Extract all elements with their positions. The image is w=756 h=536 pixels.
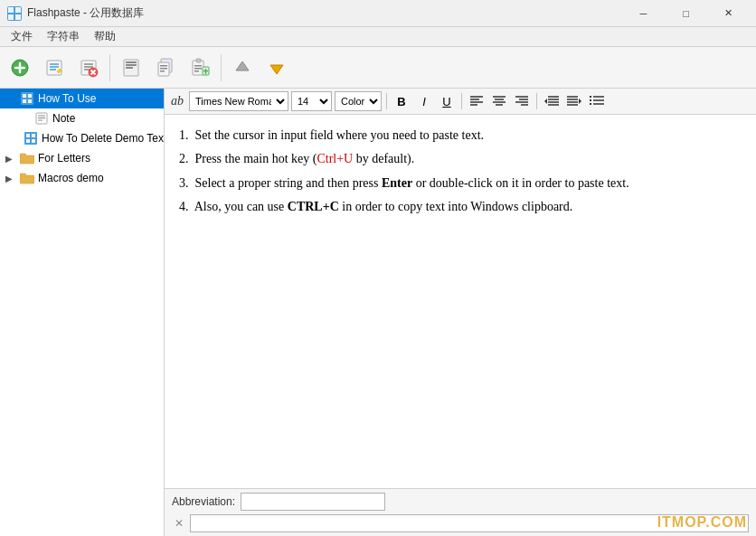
indent-increase-button[interactable] [564, 91, 584, 111]
svg-marker-35 [236, 61, 249, 71]
sidebar-item-how-to-use[interactable]: How To Use [0, 89, 164, 108]
sidebar-label-for-letters: For Letters [38, 152, 90, 165]
menubar: 文件 字符串 帮助 [0, 27, 756, 47]
note-icon [34, 111, 49, 126]
indent-decrease-button[interactable] [542, 91, 562, 111]
move-up-button[interactable] [226, 52, 259, 84]
format-sep-1 [386, 93, 387, 109]
svg-rect-26 [160, 71, 165, 72]
svg-rect-30 [194, 68, 202, 70]
svg-rect-40 [23, 99, 26, 103]
bold-ctrl-c: CTRL+C [288, 200, 339, 213]
svg-rect-41 [28, 99, 32, 103]
menu-file[interactable]: 文件 [4, 27, 40, 46]
menu-strings[interactable]: 字符串 [40, 27, 87, 46]
content-line-1: 1. Set the cursor in input field where y… [179, 126, 742, 146]
font-name-select[interactable]: Times New Roman Arial Verdana [189, 91, 288, 111]
main-toolbar [0, 47, 756, 89]
text-content-area[interactable]: 1. Set the cursor in input field where y… [165, 115, 756, 488]
format-ab-label: ab [168, 94, 186, 108]
content-area: ab Times New Roman Arial Verdana 14 8910… [165, 89, 756, 536]
align-center-button[interactable] [489, 91, 509, 111]
svg-rect-28 [196, 59, 201, 62]
properties-button[interactable] [115, 52, 147, 84]
content-line-2: 2. Press the main hot key (Ctrl+U by def… [179, 149, 742, 169]
doc-grid-icon-delete [24, 131, 38, 146]
sidebar-item-for-letters[interactable]: ▶ For Letters [0, 148, 164, 168]
sidebar-item-macros-demo[interactable]: ▶ Macros demo [0, 168, 164, 188]
app-title: Flashpaste - 公用数据库 [27, 5, 144, 21]
close-button[interactable]: ✕ [708, 5, 749, 23]
sidebar-label-note: Note [52, 112, 75, 125]
abbreviation-input[interactable] [241, 493, 385, 511]
font-size-select[interactable]: 14 89101112 161820 [291, 91, 332, 111]
svg-rect-3 [15, 14, 21, 20]
format-sep-2 [461, 93, 462, 109]
titlebar: Flashpaste - 公用数据库 ─ □ ✕ [0, 0, 756, 27]
svg-rect-24 [160, 65, 167, 67]
expand-icon-for-letters: ▶ [5, 154, 16, 164]
svg-rect-49 [26, 139, 30, 143]
svg-rect-78 [590, 103, 591, 105]
format-toolbar: ab Times New Roman Arial Verdana 14 8910… [165, 89, 756, 115]
svg-rect-21 [126, 67, 133, 69]
bold-button[interactable]: B [392, 91, 411, 111]
folder-icon-for-letters [20, 151, 34, 165]
svg-rect-76 [590, 96, 591, 98]
svg-marker-72 [579, 99, 581, 104]
content-line-4: 4. Also, you can use CTRL+C in order to … [179, 197, 742, 217]
svg-rect-29 [194, 65, 202, 67]
svg-rect-1 [15, 7, 21, 13]
app-icon [7, 6, 22, 21]
align-left-button[interactable] [467, 91, 487, 111]
move-down-button[interactable] [260, 52, 293, 84]
svg-rect-2 [8, 14, 14, 20]
abbreviation-label: Abbreviation: [172, 495, 235, 508]
italic-button[interactable]: I [414, 91, 434, 111]
menu-help[interactable]: 帮助 [87, 27, 123, 46]
delete-button[interactable] [72, 52, 105, 84]
align-right-button[interactable] [512, 91, 532, 111]
svg-marker-36 [270, 65, 283, 74]
bold-enter: Enter [382, 176, 412, 190]
folder-icon-macros [20, 171, 34, 185]
svg-rect-48 [32, 134, 35, 137]
svg-rect-25 [160, 68, 167, 70]
bottom-area: Abbreviation: ✕ [165, 488, 756, 536]
list-button[interactable] [587, 91, 607, 111]
svg-rect-39 [28, 94, 32, 98]
edit-button[interactable] [38, 52, 71, 84]
svg-rect-38 [23, 94, 26, 98]
window-controls: ─ □ ✕ [623, 5, 749, 23]
content-line-3: 3. Select a proper string and then press… [179, 174, 742, 193]
add-button[interactable] [4, 52, 36, 84]
sidebar-label-how-to-use: How To Use [38, 92, 96, 105]
sidebar-label-how-to-delete: How To Delete Demo Text [42, 132, 165, 145]
format-sep-3 [536, 93, 537, 109]
search-row: ✕ [172, 514, 749, 532]
underline-button[interactable]: U [437, 91, 457, 111]
paste-special-button[interactable] [184, 52, 216, 84]
svg-rect-0 [8, 7, 14, 13]
sidebar-label-macros-demo: Macros demo [38, 172, 104, 184]
minimize-button[interactable]: ─ [623, 5, 664, 23]
sidebar: How To Use Note [0, 89, 165, 536]
svg-rect-20 [126, 64, 137, 66]
main-layout: How To Use Note [0, 89, 756, 536]
copy-button[interactable] [149, 52, 182, 84]
sidebar-item-how-to-delete[interactable]: How To Delete Demo Text [0, 128, 164, 148]
svg-rect-19 [126, 61, 137, 63]
hotkey-ctrl-u: Ctrl+U [317, 152, 353, 165]
svg-marker-67 [544, 99, 547, 104]
sidebar-item-note[interactable]: Note [0, 108, 164, 128]
expand-icon-macros: ▶ [5, 174, 16, 183]
search-input[interactable] [190, 514, 749, 532]
svg-rect-50 [32, 139, 35, 143]
color-select[interactable]: Color [335, 91, 382, 111]
svg-rect-47 [26, 134, 30, 137]
maximize-button[interactable]: □ [666, 5, 706, 23]
svg-rect-77 [590, 99, 591, 101]
doc-grid-icon-how-to-use [20, 91, 34, 106]
abbreviation-row: Abbreviation: [172, 493, 749, 511]
search-cancel-icon[interactable]: ✕ [172, 516, 186, 531]
